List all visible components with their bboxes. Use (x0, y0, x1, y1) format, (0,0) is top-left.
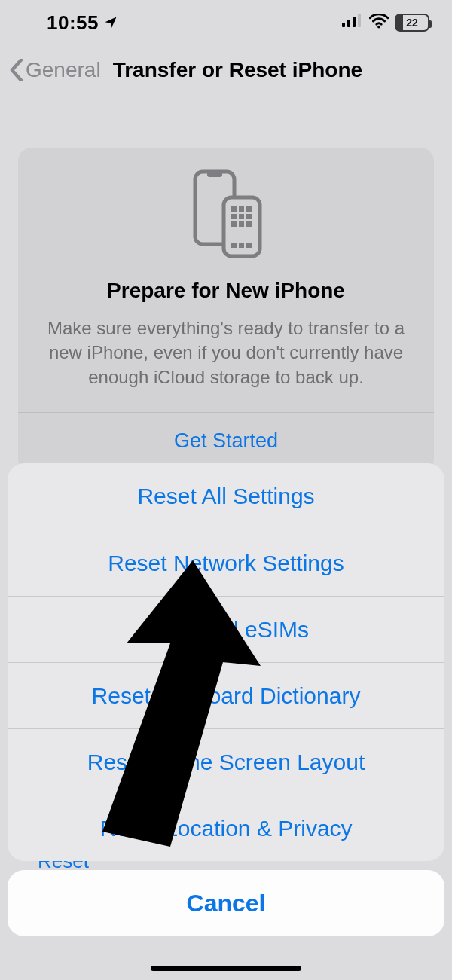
chevron-left-icon (9, 59, 24, 81)
status-left: 10:55 (47, 11, 118, 35)
svg-rect-19 (246, 243, 252, 248)
status-right: 22 (342, 14, 429, 32)
svg-rect-8 (231, 206, 237, 212)
svg-rect-16 (246, 221, 252, 227)
location-icon (103, 15, 118, 30)
svg-rect-11 (231, 214, 237, 219)
svg-rect-6 (207, 172, 222, 177)
svg-rect-10 (246, 206, 252, 212)
svg-rect-14 (231, 221, 237, 227)
card-description: Make sure everything's ready to transfer… (41, 316, 411, 412)
status-bar: 10:55 22 (0, 0, 452, 45)
svg-rect-9 (239, 206, 244, 212)
cellular-icon (342, 14, 363, 32)
card-title: Prepare for New iPhone (41, 279, 411, 303)
action-sheet-group: Reset All Settings Reset Network Setting… (8, 463, 444, 861)
svg-rect-0 (342, 23, 345, 27)
svg-rect-3 (358, 14, 361, 27)
svg-rect-12 (239, 214, 244, 219)
svg-rect-1 (347, 20, 350, 27)
battery-level: 22 (396, 17, 428, 29)
status-time: 10:55 (47, 11, 99, 35)
svg-point-4 (377, 26, 380, 29)
delete-all-esims-button[interactable]: Delete All eSIMs (8, 596, 444, 662)
svg-rect-17 (231, 243, 237, 248)
svg-rect-2 (353, 17, 356, 27)
cancel-button[interactable]: Cancel (8, 870, 444, 936)
svg-rect-13 (246, 214, 252, 219)
svg-rect-15 (239, 221, 244, 227)
page-title: Transfer or Reset iPhone (113, 58, 362, 82)
reset-keyboard-dictionary-button[interactable]: Reset Keyboard Dictionary (8, 662, 444, 728)
transfer-devices-icon (41, 169, 411, 259)
back-button[interactable]: General (9, 58, 101, 82)
reset-all-settings-button[interactable]: Reset All Settings (8, 463, 444, 530)
reset-network-settings-button[interactable]: Reset Network Settings (8, 530, 444, 596)
nav-bar: General Transfer or Reset iPhone (0, 45, 452, 95)
prepare-card: Prepare for New iPhone Make sure everyth… (18, 148, 434, 472)
back-label: General (26, 58, 101, 82)
reset-home-screen-layout-button[interactable]: Reset Home Screen Layout (8, 728, 444, 795)
reset-action-sheet: Reset All Settings Reset Network Setting… (8, 463, 444, 936)
home-indicator[interactable] (151, 966, 301, 971)
svg-rect-18 (239, 243, 244, 248)
wifi-icon (369, 14, 389, 32)
battery-icon: 22 (395, 14, 429, 32)
reset-location-privacy-button[interactable]: Reset Location & Privacy (8, 795, 444, 861)
